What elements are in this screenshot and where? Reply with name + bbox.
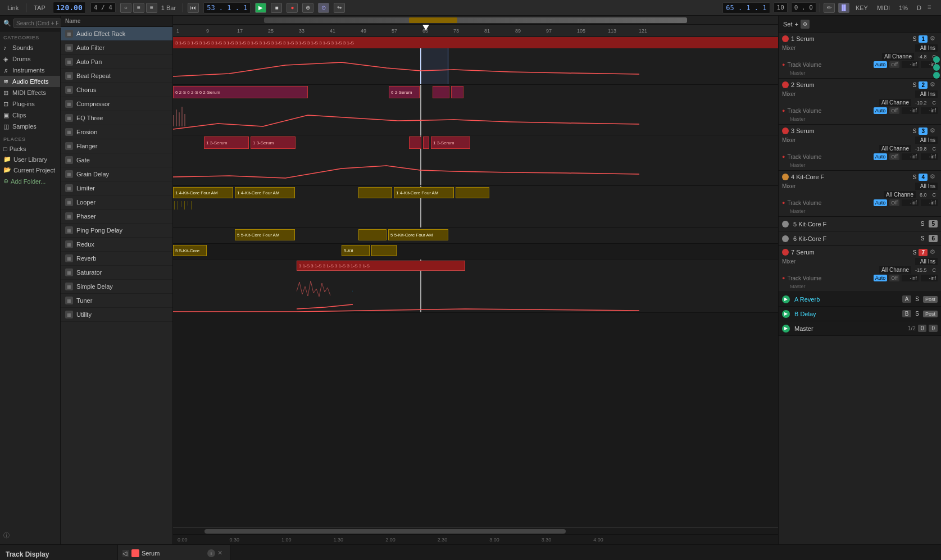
track-3-s-btn[interactable]: S bbox=[913, 128, 917, 134]
track-7-auto-btn[interactable]: Auto bbox=[874, 275, 888, 281]
track-6-number[interactable]: 6 bbox=[929, 235, 938, 242]
device-info-btn[interactable]: i bbox=[207, 549, 215, 557]
browser-item-eq-three[interactable]: ▦ EQ Three bbox=[61, 111, 172, 125]
browser-item-compressor[interactable]: ▦ Compressor bbox=[61, 97, 172, 111]
track-2-auto-btn[interactable]: Auto bbox=[874, 107, 888, 114]
sidebar-item-packs[interactable]: □ Packs bbox=[0, 144, 60, 154]
pencil-icon[interactable]: ✏ bbox=[824, 3, 835, 13]
right-edge-btn-2[interactable] bbox=[933, 64, 940, 71]
info-button[interactable]: ⓘ bbox=[0, 527, 60, 544]
clip-5c[interactable]: 5 5-Kit-Core Four AM bbox=[388, 229, 448, 240]
track-3-clips[interactable]: 1 3-Serum 1 3-Serum 1 3-Serum bbox=[173, 135, 778, 185]
sidebar-item-clips[interactable]: ▣ Clips bbox=[0, 110, 60, 121]
track-7-clips[interactable]: 3 1-S 3 1-S 3 1-S 3 1-S 3 1-S 3 1-S bbox=[173, 259, 778, 312]
browser-item-simple-delay[interactable]: ▦ Simple Delay bbox=[61, 280, 172, 294]
track-4-auto-btn[interactable]: Auto bbox=[874, 199, 888, 206]
track-4-s-btn[interactable]: S bbox=[913, 174, 917, 180]
overdub-rec-btn[interactable]: ⊕ bbox=[302, 3, 313, 13]
drop-zone[interactable]: Drop an Instrument or Sample Here bbox=[230, 545, 941, 560]
clip-3e[interactable]: 1 3-Serum bbox=[431, 136, 470, 149]
clip-5b[interactable] bbox=[358, 229, 387, 240]
clip-2b[interactable]: 6 2-Serum bbox=[389, 86, 420, 98]
clip-7a[interactable]: 3 1-S 3 1-S 3 1-S 3 1-S 3 1-S 3 1-S bbox=[297, 261, 465, 271]
track-1-s-btn[interactable]: S bbox=[913, 36, 917, 42]
metro-btn[interactable]: ○ bbox=[120, 3, 131, 13]
clip-5a[interactable]: 5 5-Kit-Core Four AM bbox=[235, 229, 295, 240]
return-a-s[interactable]: S bbox=[913, 296, 921, 302]
browser-item-limiter[interactable]: ▦ Limiter bbox=[61, 181, 172, 195]
track-7-channel[interactable]: All Channe bbox=[879, 266, 911, 274]
clip-3b[interactable]: 1 3-Serum bbox=[251, 136, 296, 149]
master-play-btn[interactable]: ▶ bbox=[782, 325, 790, 333]
clip-5f[interactable] bbox=[371, 245, 397, 256]
clip-4e[interactable] bbox=[456, 187, 489, 198]
return-b-post-btn[interactable]: Post bbox=[923, 311, 938, 317]
browser-item-flanger[interactable]: ▦ Flanger bbox=[61, 139, 172, 153]
track-5a-clips[interactable]: 5 5-Kit-Core Four AM 5 5-Kit-Core Four A… bbox=[173, 228, 778, 243]
overdub-btn[interactable]: ≡ bbox=[146, 3, 157, 13]
return-b-play-btn[interactable]: ▶ bbox=[782, 310, 790, 318]
track-1-settings-icon[interactable]: ⚙ bbox=[930, 35, 938, 43]
sidebar-item-current-project[interactable]: 📂 Current Project bbox=[0, 165, 60, 175]
tap-button[interactable]: TAP bbox=[31, 3, 48, 12]
clip-repeat-bar-1[interactable]: 3 1-S 3 1-S 3 1-S 3 1-S 3 1-S 3 1-S 3 1-… bbox=[173, 37, 778, 48]
search-input[interactable] bbox=[13, 19, 61, 28]
right-edge-btn-1[interactable] bbox=[933, 56, 940, 63]
track-4-number[interactable]: 4 bbox=[919, 174, 928, 181]
track-3-input[interactable]: All Ins bbox=[915, 136, 938, 144]
track-1-auto-btn[interactable]: Auto bbox=[874, 61, 888, 68]
clip-3a[interactable]: 1 3-Serum bbox=[204, 136, 249, 149]
link-button[interactable]: Link bbox=[4, 3, 21, 12]
browser-item-auto-pan[interactable]: ▦ Auto Pan bbox=[61, 55, 172, 69]
track-2-off-btn[interactable]: Off bbox=[889, 107, 899, 114]
midi-label[interactable]: MIDI bbox=[874, 3, 893, 12]
menu-icon[interactable]: ≡ bbox=[928, 3, 937, 12]
add-track-btn[interactable]: + bbox=[795, 21, 798, 28]
skip-back-btn[interactable]: ⏮ bbox=[188, 3, 199, 13]
device-color-swatch[interactable] bbox=[131, 549, 139, 557]
session-rec-btn[interactable]: ⊙ bbox=[318, 3, 329, 13]
browser-item-looper[interactable]: ▦ Looper bbox=[61, 195, 172, 210]
sidebar-item-instruments[interactable]: ♬ Instruments bbox=[0, 65, 60, 76]
return-b-s[interactable]: S bbox=[913, 311, 921, 317]
track-3-number[interactable]: 3 bbox=[919, 128, 928, 135]
track-2-input[interactable]: All Ins bbox=[915, 90, 938, 98]
track-1-off-btn[interactable]: Off bbox=[889, 61, 899, 68]
track-4-input[interactable]: All Ins bbox=[915, 183, 938, 190]
browser-item-auto-filter[interactable]: ▦ Auto Filter bbox=[61, 41, 172, 55]
track-7-off-btn[interactable]: Off bbox=[889, 275, 899, 281]
follow-btn[interactable]: ↬ bbox=[334, 3, 345, 13]
stop-btn[interactable]: ■ bbox=[271, 3, 282, 13]
device-close-btn[interactable]: ✕ bbox=[217, 549, 225, 557]
track-1-number[interactable]: 1 bbox=[919, 35, 928, 43]
track-2-settings-icon[interactable]: ⚙ bbox=[930, 81, 938, 89]
sidebar-item-drums[interactable]: ◈ Drums bbox=[0, 53, 60, 65]
clip-2c[interactable] bbox=[433, 86, 449, 98]
browser-item-reverb[interactable]: ▦ Reverb bbox=[61, 252, 172, 266]
play-btn[interactable]: ▶ bbox=[255, 3, 266, 13]
browser-item-ping-pong-delay[interactable]: ▦ Ping Pong Delay bbox=[61, 224, 172, 238]
track-3-activator[interactable] bbox=[782, 128, 789, 134]
track-5-s-btn[interactable]: S bbox=[919, 221, 927, 227]
h-scrollbar-thumb[interactable] bbox=[204, 529, 566, 534]
browser-item-saturator[interactable]: ▦ Saturator bbox=[61, 266, 172, 280]
lock-icon[interactable]: ▐▌ bbox=[838, 3, 849, 13]
track-7-input[interactable]: All Ins bbox=[915, 258, 938, 265]
track-2-activator[interactable] bbox=[782, 81, 789, 88]
track-6-s-btn[interactable]: S bbox=[919, 235, 927, 242]
sidebar-item-samples[interactable]: ◫ Samples bbox=[0, 121, 60, 132]
browser-item-grain-delay[interactable]: ▦ Grain Delay bbox=[61, 167, 172, 181]
browser-item-erosion[interactable]: ▦ Erosion bbox=[61, 125, 172, 139]
position-display2[interactable]: 65 . 1 . 1 bbox=[722, 2, 770, 13]
clip-3c[interactable] bbox=[409, 136, 421, 149]
browser-item-audio-effect-rack[interactable]: ▦ Audio Effect Rack bbox=[61, 27, 172, 41]
sidebar-item-plugins[interactable]: ⊡ Plug-ins bbox=[0, 98, 60, 110]
clip-5e[interactable]: 5-Kit bbox=[342, 245, 370, 256]
clip-4b[interactable]: 1 4-Kit-Core Four AM bbox=[235, 187, 295, 198]
track-7-number[interactable]: 7 bbox=[919, 249, 928, 256]
track-2-clips[interactable]: 6 2-S 6 2-S 6 2-Serum 6 2-Serum bbox=[173, 85, 778, 135]
record-btn[interactable]: ● bbox=[287, 3, 298, 13]
loop-btn[interactable]: ≡ bbox=[133, 3, 144, 13]
clip-5d[interactable]: 5 5-Kit-Core bbox=[173, 245, 207, 256]
mixer-settings-btn[interactable]: ⚙ bbox=[801, 20, 810, 29]
